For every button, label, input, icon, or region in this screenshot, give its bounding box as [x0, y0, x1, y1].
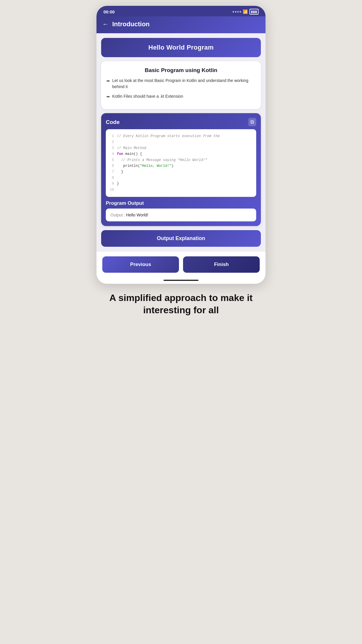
output-box: Output : Hello World! — [106, 209, 256, 221]
code-text-9: } — [117, 181, 119, 187]
line-num-2: 2 — [109, 139, 114, 145]
code-line-4: 4 fun main() { — [109, 151, 253, 157]
hero-title: Hello World Program — [148, 44, 214, 51]
info-text-2: Kotlin Files should have a .kt Extension — [112, 93, 183, 99]
finish-button[interactable]: Finish — [183, 256, 260, 273]
hero-banner: Hello World Program — [101, 38, 261, 57]
status-icons: 📶 ▮▮▮ — [233, 9, 259, 15]
code-text-8 — [117, 175, 119, 181]
code-text-2 — [117, 139, 119, 145]
line-num-10: 10 — [109, 187, 114, 193]
phone-frame: 00:00 📶 ▮▮▮ ← Introduction Hello World P… — [96, 6, 266, 284]
line-num-7: 7 — [109, 169, 114, 175]
code-line-10: 10 — [109, 187, 253, 193]
code-text-5: // Prints a Message saying "Hello World!… — [117, 157, 207, 163]
line-num-8: 8 — [109, 175, 114, 181]
code-line-3: 3 // Main Method — [109, 145, 253, 151]
line-num-6: 6 — [109, 163, 114, 169]
info-text-1: Let us look at the most Basic Program in… — [112, 78, 256, 90]
line-num-1: 1 — [109, 133, 114, 139]
output-section: Program Output Output : Hello World! — [106, 200, 256, 221]
code-line-7: 7 } — [109, 169, 253, 175]
info-item-1: ➡ Let us look at the most Basic Program … — [106, 78, 256, 90]
output-key: Output : — [110, 213, 125, 217]
code-text-7: } — [117, 169, 123, 175]
back-button[interactable]: ← — [102, 20, 109, 28]
output-explanation-banner: Output Explanation — [101, 230, 261, 247]
output-value: Hello World! — [126, 213, 148, 217]
status-bar: 00:00 📶 ▮▮▮ — [96, 6, 266, 16]
code-line-9: 9 } — [109, 181, 253, 187]
code-line-5: 5 // Prints a Message saying "Hello Worl… — [109, 157, 253, 163]
page-title: Introduction — [112, 20, 150, 28]
battery-icon: ▮▮▮ — [249, 9, 259, 15]
wifi-icon: 📶 — [243, 9, 248, 14]
copy-icon[interactable]: ⧉ — [248, 118, 256, 126]
home-indicator — [96, 280, 266, 284]
line-num-5: 5 — [109, 157, 114, 163]
output-explanation-title: Output Explanation — [157, 235, 205, 241]
status-time: 00:00 — [103, 9, 115, 14]
code-line-6: 6 println("Hello, World!") — [109, 163, 253, 169]
tagline: A simplified approach to make it interes… — [96, 292, 266, 316]
header: ← Introduction — [96, 16, 266, 33]
code-line-2: 2 — [109, 139, 253, 145]
output-label: Program Output — [106, 200, 256, 206]
main-content: Hello World Program Basic Program using … — [96, 33, 266, 251]
info-item-2: ➡ Kotlin Files should have a .kt Extensi… — [106, 93, 256, 100]
code-line-1: 1 // Every Kotlin Program starts executi… — [109, 133, 253, 139]
code-text-4: fun main() { — [117, 151, 142, 157]
bottom-bar: Previous Finish — [96, 251, 266, 280]
line-num-3: 3 — [109, 145, 114, 151]
line-num-9: 9 — [109, 181, 114, 187]
code-label: Code — [106, 119, 120, 125]
code-card: Code ⧉ 1 // Every Kotlin Program starts … — [101, 113, 261, 226]
code-line-8: 8 — [109, 175, 253, 181]
code-text-1: // Every Kotlin Program starts execution… — [117, 133, 220, 139]
code-text-3: // Main Method — [117, 145, 146, 151]
line-num-4: 4 — [109, 151, 114, 157]
info-card-title: Basic Program using Kotlin — [106, 67, 256, 74]
code-text-6: println("Hello, World!") — [117, 163, 173, 169]
info-card: Basic Program using Kotlin ➡ Let us look… — [101, 61, 261, 109]
code-block: 1 // Every Kotlin Program starts executi… — [106, 129, 256, 197]
code-text-10 — [117, 187, 119, 193]
arrow-icon-2: ➡ — [106, 94, 110, 100]
signal-icon — [233, 11, 241, 13]
arrow-icon-1: ➡ — [106, 78, 110, 84]
previous-button[interactable]: Previous — [102, 256, 179, 273]
home-bar — [164, 280, 198, 281]
code-card-header: Code ⧉ — [106, 118, 256, 126]
